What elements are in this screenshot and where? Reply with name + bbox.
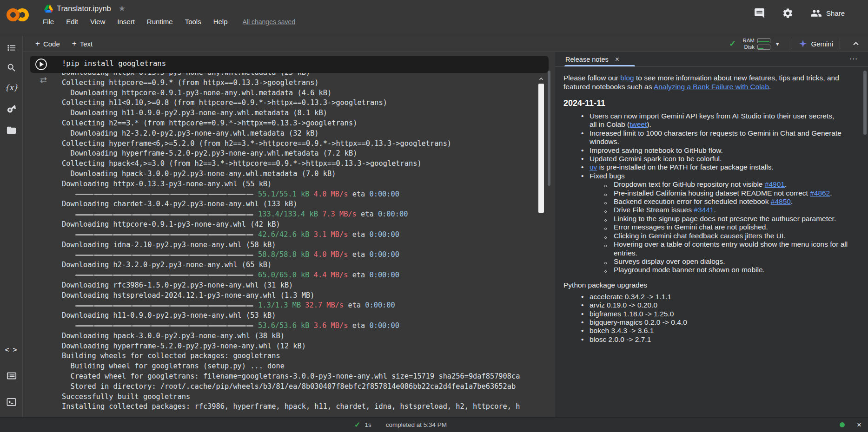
output-line: Downloading h2-3.2.0-py2.py3-none-any.wh… <box>62 129 549 139</box>
package-upgrade-item: •accelerate 0.34.2 -> 1.1.1 <box>563 293 861 301</box>
ram-label: RAM <box>742 38 755 43</box>
bullet-marker <box>604 198 607 206</box>
bullet-marker <box>604 190 607 198</box>
gemini-label: Gemini <box>811 40 833 48</box>
output-actions-icon[interactable]: ⇄ <box>40 75 47 85</box>
release-note-item: •Improved saving notebook to GitHub flow… <box>563 146 861 155</box>
output-progress-line: 55.1/55.1 kB 4.0 MB/s eta 0:00:00 <box>62 190 549 200</box>
close-status-icon[interactable]: × <box>857 420 861 430</box>
progress-bar <box>75 194 253 195</box>
left-sidebar-rail: {x} < > <box>0 36 23 417</box>
output-line: Downloading hpack-3.0.0-py2.py3-none-any… <box>62 331 549 341</box>
execution-check-icon: ✓ <box>354 420 360 429</box>
release-notes-content: Please follow our blog to see more infor… <box>563 67 861 417</box>
save-status[interactable]: All changes saved <box>243 18 296 26</box>
menu-view[interactable]: View <box>90 18 105 26</box>
panel-scrollbar-thumb[interactable] <box>863 71 867 135</box>
package-upgrade-item: •blosc 2.0.0 -> 2.7.1 <box>563 335 861 344</box>
command-palette-icon[interactable] <box>0 371 23 381</box>
menu-file[interactable]: File <box>43 18 54 26</box>
star-icon[interactable]: ★ <box>119 4 126 13</box>
scroll-up-icon[interactable] <box>538 76 544 83</box>
menubar: FileEditViewInsertRuntimeToolsHelpAll ch… <box>43 18 295 26</box>
notebook-title[interactable]: Translator.ipynb <box>57 4 111 13</box>
colab-logo-icon[interactable] <box>6 6 30 24</box>
output-progress-line: 53.6/53.6 kB 3.6 MB/s eta 0:00:00 <box>62 321 549 331</box>
output-line: Downloading httpcore-0.9.1-py3-none-any.… <box>62 88 549 98</box>
link[interactable]: uv <box>590 163 597 171</box>
output-line: Created wheel for googletrans: filename=… <box>62 372 549 382</box>
link[interactable]: #4850 <box>771 197 791 205</box>
close-tab-icon[interactable]: × <box>615 55 619 64</box>
connected-check-icon: ✓ <box>729 39 736 49</box>
release-note-item: Error messages in Gemini chat are not po… <box>563 223 861 231</box>
menu-tools[interactable]: Tools <box>185 18 201 26</box>
share-button[interactable]: Share <box>810 7 845 19</box>
run-cell-button[interactable] <box>35 58 47 71</box>
release-date-heading: 2024-11-11 <box>563 99 861 108</box>
bullet-marker <box>604 232 607 241</box>
output-scrollbar-thumb[interactable] <box>538 84 544 213</box>
gemini-sparkle-icon <box>799 39 807 48</box>
release-notes-list: •Users can now import Gemini API keys fr… <box>563 112 861 275</box>
terminal-icon[interactable] <box>0 397 23 407</box>
secrets-key-icon[interactable] <box>0 104 23 114</box>
collapse-toolbar-button[interactable] <box>851 39 861 48</box>
menu-help[interactable]: Help <box>213 18 228 26</box>
status-bar: ✓ 1s completed at 5:34 PM × <box>0 417 868 432</box>
menu-edit[interactable]: Edit <box>66 18 78 26</box>
variables-icon[interactable]: {x} <box>0 83 23 92</box>
package-upgrade-item: •bigframes 1.18.0 -> 1.25.0 <box>563 310 861 318</box>
package-upgrade-item: •bokeh 3.4.3 -> 3.6.1 <box>563 327 861 335</box>
toolbar-divider <box>792 39 792 49</box>
menu-runtime[interactable]: Runtime <box>147 18 173 26</box>
bullet-marker: • <box>581 146 583 155</box>
output-line: Collecting httpcore==0.9.* (from httpx==… <box>62 78 549 88</box>
execution-completed-text: completed at 5:34 PM <box>386 421 447 428</box>
notebook-scrollbar-thumb[interactable] <box>548 71 550 186</box>
disk-gauge <box>757 45 770 50</box>
link[interactable]: blog <box>620 74 634 82</box>
link[interactable]: #4862 <box>810 189 830 197</box>
add-code-button[interactable]: + Code <box>35 39 60 48</box>
cell-code[interactable]: !pip install googletrans <box>62 59 166 68</box>
plus-icon: + <box>35 39 40 48</box>
output-line: Downloading rfc3986-1.5.0-py2.py3-none-a… <box>62 281 549 291</box>
bullet-marker: • <box>581 310 583 318</box>
release-note-item: Pre-installed California housing dataset… <box>563 189 861 197</box>
link[interactable]: #4901 <box>765 180 785 188</box>
table-of-contents-icon[interactable] <box>0 43 23 53</box>
link[interactable]: Analyzing a Bank Failure with Colab <box>654 83 769 91</box>
execution-duration: 1s <box>364 421 371 428</box>
release-notes-panel: Release notes × ⋯ Please follow our blog… <box>555 52 868 417</box>
code-snippets-icon[interactable]: < > <box>0 346 23 353</box>
output-line: Collecting h2==3.* (from httpcore==0.9.*… <box>62 118 549 129</box>
release-note-item: •Updated Gemini spark icon to be colorfu… <box>563 155 861 163</box>
settings-gear-icon[interactable] <box>782 7 794 19</box>
panel-overflow-menu-icon[interactable]: ⋯ <box>849 54 858 64</box>
people-icon <box>810 7 822 19</box>
files-folder-icon[interactable] <box>0 125 23 136</box>
gemini-button[interactable]: Gemini <box>799 39 833 48</box>
output-line: Downloading hstspreload-2024.12.1-py3-no… <box>62 291 549 301</box>
release-note-item: •Users can now import Gemini API keys fr… <box>563 112 861 129</box>
add-text-button[interactable]: + Text <box>72 39 93 48</box>
output-line: Successfully built googletrans <box>62 392 549 402</box>
bullet-marker: • <box>581 301 583 309</box>
app-header: Translator.ipynb ★ FileEditViewInsertRun… <box>0 0 868 35</box>
comment-icon[interactable] <box>754 7 765 19</box>
packages-list: •accelerate 0.34.2 -> 1.1.1•arviz 0.19.0… <box>563 293 861 344</box>
output-progress-line: 58.8/58.8 kB 4.0 MB/s eta 0:00:00 <box>62 250 549 260</box>
search-icon[interactable] <box>0 63 23 73</box>
resource-gauges[interactable]: RAM Disk <box>742 38 770 50</box>
resources-dropdown-icon[interactable]: ▾ <box>776 40 779 47</box>
link[interactable]: tweet <box>629 120 647 128</box>
menu-insert[interactable]: Insert <box>117 18 135 26</box>
bullet-marker <box>604 223 607 232</box>
release-note-item: Dropdown text for GitHub repository not … <box>563 180 861 189</box>
bullet-marker <box>604 215 607 223</box>
package-upgrade-item: •arviz 0.19.0 -> 0.20.0 <box>563 301 861 309</box>
code-cell[interactable]: !pip install googletrans <box>30 56 549 73</box>
link[interactable]: #3441 <box>694 206 714 214</box>
notebook-area: !pip install googletrans ⇄ Downloading h… <box>23 52 555 417</box>
